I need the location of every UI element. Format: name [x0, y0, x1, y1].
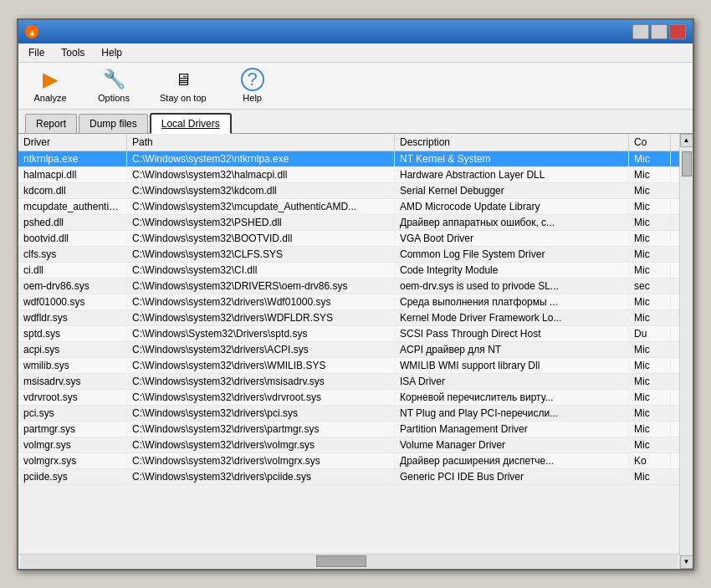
table-cell-co: Mic — [629, 310, 671, 325]
tab-dump-files[interactable]: Dump files — [79, 114, 148, 133]
stay-on-top-button[interactable]: 🖥 Stay on top — [152, 64, 214, 107]
menu-bar: File Tools Help — [18, 43, 693, 63]
table-cell-path: C:\Windows\system32\mcupdate_AuthenticAM… — [127, 199, 395, 214]
maximize-button[interactable] — [651, 24, 668, 39]
table-cell-driver: pshed.dll — [18, 215, 127, 230]
table-row[interactable]: bootvid.dllC:\Windows\system32\BOOTVID.d… — [18, 231, 679, 247]
close-button[interactable] — [669, 24, 686, 39]
scroll-v-track[interactable] — [681, 147, 693, 555]
scroll-up-arrow[interactable]: ▲ — [680, 134, 693, 147]
options-label: Options — [98, 93, 130, 103]
table-cell-desc: Common Log File System Driver — [395, 247, 629, 262]
table-cell-co: Mic — [629, 263, 671, 278]
table-cell-desc: Generic PCI IDE Bus Driver — [395, 469, 629, 484]
table-cell-co: Mic — [629, 406, 671, 421]
table-cell-co: Mic — [629, 199, 671, 214]
col-header-description[interactable]: Description — [395, 134, 629, 151]
table-cell-driver: msisadrv.sys — [18, 374, 127, 389]
table-cell-driver: pciide.sys — [18, 469, 127, 484]
table-cell-path: C:\Windows\system32\kdcom.dll — [127, 183, 395, 198]
col-header-driver[interactable]: Driver — [18, 134, 127, 151]
horizontal-scrollbar[interactable] — [18, 554, 679, 569]
table-cell-desc: AMD Microcode Update Library — [395, 199, 629, 214]
table-cell-co: Mic — [629, 469, 671, 484]
table-cell-path: C:\Windows\system32\BOOTVID.dll — [127, 231, 395, 246]
toolbar: ▶ Analyze 🔧 Options 🖥 Stay on top ? Help — [18, 63, 693, 110]
table-row[interactable]: partmgr.sysC:\Windows\system32\drivers\p… — [18, 422, 679, 437]
tab-local-drivers-label: Local Drivers — [161, 118, 220, 130]
table-cell-desc: ACPI драйвер для NT — [395, 342, 629, 357]
table-row[interactable]: clfs.sysC:\Windows\system32\CLFS.SYSComm… — [18, 247, 679, 263]
table-cell-desc: Драйвер расширения диспетче... — [395, 453, 629, 468]
table-row[interactable]: sptd.sysC:\Windows\System32\Drivers\sptd… — [18, 326, 679, 342]
table-row[interactable]: halmacpi.dllC:\Windows\system32\halmacpi… — [18, 167, 679, 183]
tab-local-drivers[interactable]: Local Drivers — [150, 113, 232, 134]
tab-report[interactable]: Report — [25, 114, 77, 133]
table-row[interactable]: vdrvroot.sysC:\Windows\system32\drivers\… — [18, 390, 679, 406]
menu-help[interactable]: Help — [95, 45, 129, 60]
table-cell-driver: kdcom.dll — [18, 183, 127, 198]
help-button[interactable]: ? Help — [228, 64, 278, 107]
table-cell-path: C:\Windows\System32\Drivers\sptd.sys — [127, 326, 395, 341]
table-cell-driver: volmgrx.sys — [18, 453, 127, 468]
table-cell-driver: partmgr.sys — [18, 422, 127, 437]
main-window: 🔥 File Tools Help ▶ Analyze 🔧 Options 🖥 … — [17, 18, 694, 570]
table-cell-desc: oem-drv.sys is used to privode SL... — [395, 279, 629, 294]
table-cell-co: Mic — [629, 215, 671, 230]
table-cell-driver: ci.dll — [18, 263, 127, 278]
menu-file[interactable]: File — [22, 45, 51, 60]
scroll-down-arrow[interactable]: ▼ — [680, 555, 693, 569]
table-row[interactable]: ci.dllC:\Windows\system32\CI.dllCode Int… — [18, 263, 679, 279]
table-row[interactable]: wdf01000.sysC:\Windows\system32\drivers\… — [18, 294, 679, 310]
table-row[interactable]: volmgrx.sysC:\Windows\system32\drivers\v… — [18, 453, 679, 469]
table-cell-desc: Serial Kernel Debugger — [395, 183, 629, 198]
table-cell-driver: ntkrnlpa.exe — [18, 151, 127, 166]
col-header-company[interactable]: Co — [629, 134, 671, 151]
analyze-button[interactable]: ▶ Analyze — [25, 64, 75, 107]
table-row[interactable]: oem-drv86.sysC:\Windows\system32\DRIVERS… — [18, 279, 679, 294]
help-label: Help — [243, 93, 262, 103]
table-row[interactable]: wmilib.sysC:\Windows\system32\drivers\WM… — [18, 358, 679, 374]
analyze-icon: ▶ — [38, 68, 62, 91]
table-cell-co: Mic — [629, 437, 671, 453]
table-cell-path: C:\Windows\system32\drivers\msisadrv.sys — [127, 374, 395, 389]
table-cell-desc: VGA Boot Driver — [395, 231, 629, 246]
table-cell-driver: halmacpi.dll — [18, 167, 127, 182]
scroll-v-thumb[interactable] — [682, 151, 692, 176]
table-cell-desc: Kernel Mode Driver Framework Lo... — [395, 310, 629, 325]
table-cell-path: C:\Windows\system32\drivers\volmgrx.sys — [127, 453, 395, 468]
options-button[interactable]: 🔧 Options — [89, 64, 139, 107]
scroll-h-track[interactable] — [20, 555, 678, 568]
help-icon: ? — [241, 68, 264, 91]
menu-tools[interactable]: Tools — [54, 45, 91, 60]
table-cell-co: Ko — [629, 453, 671, 468]
scroll-h-thumb[interactable] — [316, 555, 366, 567]
table-row[interactable]: pci.sysC:\Windows\system32\drivers\pci.s… — [18, 406, 679, 422]
table-row[interactable]: wdfldr.sysC:\Windows\system32\drivers\WD… — [18, 310, 679, 326]
options-icon: 🔧 — [102, 68, 125, 91]
table-row[interactable]: ntkrnlpa.exeC:\Windows\system32\ntkrnlpa… — [18, 151, 679, 167]
table-row[interactable]: msisadrv.sysC:\Windows\system32\drivers\… — [18, 374, 679, 390]
table-row[interactable]: acpi.sysC:\Windows\system32\drivers\ACPI… — [18, 342, 679, 358]
table-row[interactable]: pciide.sysC:\Windows\system32\drivers\pc… — [18, 469, 679, 485]
table-row[interactable]: mcupdate_authentica...C:\Windows\system3… — [18, 199, 679, 215]
stay-on-top-label: Stay on top — [160, 93, 207, 103]
table-cell-driver: bootvid.dll — [18, 231, 127, 246]
table-cell-path: C:\Windows\system32\drivers\pci.sys — [127, 406, 395, 421]
table-cell-driver: volmgr.sys — [18, 437, 127, 453]
table-cell-co: Mic — [629, 294, 671, 309]
minimize-button[interactable] — [632, 24, 649, 39]
table-row[interactable]: volmgr.sysC:\Windows\system32\drivers\vo… — [18, 437, 679, 453]
table-cell-driver: clfs.sys — [18, 247, 127, 262]
table-row[interactable]: kdcom.dllC:\Windows\system32\kdcom.dllSe… — [18, 183, 679, 199]
table-cell-desc: Volume Manager Driver — [395, 437, 629, 453]
tab-report-label: Report — [36, 118, 66, 130]
table-cell-desc: NT Kernel & System — [395, 151, 629, 166]
title-bar-left: 🔥 — [25, 25, 43, 38]
table-row[interactable]: pshed.dllC:\Windows\system32\PSHED.dllДр… — [18, 215, 679, 231]
table-cell-desc: Среда выполнения платформы ... — [395, 294, 629, 309]
table-cell-path: C:\Windows\system32\drivers\vdrvroot.sys — [127, 390, 395, 405]
vertical-scrollbar[interactable]: ▲ ▼ — [679, 134, 693, 569]
col-header-path[interactable]: Path — [127, 134, 395, 151]
app-icon: 🔥 — [25, 25, 38, 38]
